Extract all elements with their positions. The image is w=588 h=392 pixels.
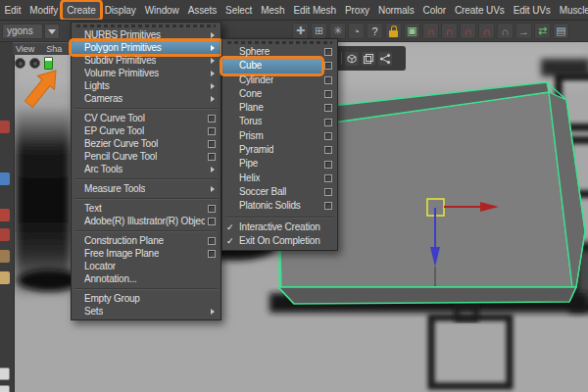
create-menu-item-construction-plane[interactable]: Construction Plane [72,234,220,247]
submenu-item-prism[interactable]: Prism [222,129,337,143]
submenu-item-sphere[interactable]: Sphere [222,45,337,59]
option-box[interactable] [324,62,332,70]
transform-tool-icon[interactable]: ✚ [292,23,309,39]
create-menu-item-bezier-curve-tool[interactable]: Bezier Curve Tool [72,137,220,150]
create-menu-item-ep-curve-tool[interactable]: EP Curve Tool [72,124,220,137]
snap-settings-icon[interactable]: ✳ [329,23,346,39]
submenu-item-cube[interactable]: Cube [222,59,337,73]
create-menu-item-empty-group[interactable]: Empty Group [72,292,220,305]
menubar-item-create[interactable]: Create [63,2,100,19]
create-menu-item-arc-tools[interactable]: Arc Tools [72,163,220,175]
submenu-item-platonic-solids[interactable]: Platonic Solids [222,199,337,213]
option-box[interactable] [208,127,216,135]
menubar-item-normals[interactable]: Normals [374,2,419,19]
camera-aim-icon[interactable] [29,58,40,69]
menubar-item-mesh[interactable]: Mesh [257,2,289,19]
submenu-item-soccer-ball[interactable]: Soccer Ball [222,185,337,199]
create-menu-item-volume-primitives[interactable]: Volume Primitives [72,67,220,79]
curve-snap-icon[interactable]: ∩ [441,23,458,39]
select-tool-icon[interactable] [0,121,10,133]
create-menu-item-text[interactable]: Text [72,202,220,215]
lock-icon[interactable] [385,23,402,39]
create-menu-item-cv-curve-tool[interactable]: CV Curve Tool [72,112,220,124]
paint-select-tool-icon[interactable] [0,209,10,221]
submenu-item-torus[interactable]: Torus [222,115,337,128]
cube-display-icon[interactable] [345,52,359,66]
submenu-item-cylinder[interactable]: Cylinder [222,74,337,87]
menubar-item-edit-mesh[interactable]: Edit Mesh [289,2,341,19]
create-menu-item-pencil-curve-tool[interactable]: Pencil Curve Tool [72,150,220,163]
create-menu-item-annotation[interactable]: Annotation... [72,272,220,285]
panel-menu-view[interactable]: View [16,43,34,55]
option-box[interactable] [208,218,216,225]
submenu-item-pipe[interactable]: Pipe [222,157,337,171]
option-box[interactable] [324,161,332,169]
menubar-item-display[interactable]: Display [100,2,140,19]
cube-bottom-face[interactable] [279,287,576,304]
submenu-item-exit-on-completion[interactable]: ✓Exit On Completion [222,234,337,248]
point-snap-icon[interactable]: ∩ [460,23,476,39]
create-menu-item-cameras[interactable]: Cameras [72,92,220,105]
option-box[interactable] [324,119,332,126]
option-box[interactable] [208,140,216,148]
share-nodes-icon[interactable] [378,52,392,66]
tearoff-handle[interactable] [227,41,332,44]
menubar-item-edit-uvs[interactable]: Edit UVs [509,2,555,19]
render-sphere-icon[interactable]: ◔ [348,23,365,39]
option-box[interactable] [208,250,216,258]
help-icon[interactable]: ? [367,23,383,39]
option-box[interactable] [208,237,216,245]
create-menu-item-nurbs-primitives[interactable]: NURBS Primitives [72,28,220,41]
menubar-item-assets[interactable]: Assets [183,2,220,19]
grid-display-icon[interactable]: ⊞ [311,23,327,39]
submenu-item-helix[interactable]: Helix [222,172,337,185]
create-menu-item-free-image-plane[interactable]: Free Image Plane [72,247,220,260]
scale-tool-icon[interactable] [0,271,10,284]
camera-icon[interactable] [15,58,25,69]
highlight-selection-icon[interactable]: ▣ [404,23,420,39]
create-menu-item-locator[interactable]: Locator [72,260,220,272]
image-plane-icon[interactable] [44,57,53,70]
single-pane-layout-button[interactable] [0,385,10,392]
menubar-item-window[interactable]: Window [140,2,183,19]
option-box[interactable] [324,76,332,84]
menubar-item-muscle[interactable]: Muscle [555,2,588,19]
option-box[interactable] [208,115,216,122]
option-box[interactable] [324,188,332,196]
tearoff-handle[interactable] [76,24,216,27]
create-menu-item-adobe-r-illustrator-r-object[interactable]: Adobe(R) Illustrator(R) Object... [72,215,220,227]
menubar-item-color[interactable]: Color [418,2,450,19]
output-connections-icon[interactable]: ⇄ [534,23,551,39]
submenu-item-plane[interactable]: Plane [222,101,337,115]
move-tool-icon[interactable] [0,228,10,241]
menubar-item-modify[interactable]: Modify [25,2,63,19]
submenu-item-cone[interactable]: Cone [222,87,337,101]
live-surface-icon[interactable]: ∩ [497,23,514,39]
create-menu-item-lights[interactable]: Lights [72,79,220,92]
menubar-item-select[interactable]: Select [221,2,257,19]
panel-menu-sha[interactable]: Sha [46,43,62,55]
option-box[interactable] [208,205,216,213]
rotate-tool-icon[interactable] [0,250,10,263]
create-menu-item-subdiv-primitives[interactable]: Subdiv Primitives [72,54,220,67]
option-box[interactable] [324,146,332,154]
option-box[interactable] [324,48,332,56]
input-connections-icon[interactable]: → [515,23,532,39]
option-box[interactable] [208,153,216,161]
create-menu-item-sets[interactable]: Sets [72,305,220,318]
menu-set-selector[interactable]: ygons [2,24,43,39]
option-box[interactable] [324,132,332,140]
submenu-item-pyramid[interactable]: Pyramid [222,143,337,157]
submenu-item-interactive-creation[interactable]: ✓Interactive Creation [222,220,337,234]
menu-set-dropdown-button[interactable] [44,24,60,39]
lasso-tool-icon[interactable] [0,172,10,185]
layers-icon[interactable] [362,52,375,66]
option-box[interactable] [324,174,332,182]
construction-history-icon[interactable]: ▤ [553,23,569,39]
option-box[interactable] [324,202,332,210]
plane-snap-icon[interactable]: ∩ [478,23,495,39]
menubar-item-edit[interactable]: Edit [0,2,25,19]
option-box[interactable] [324,104,332,112]
create-menu-item-measure-tools[interactable]: Measure Tools [72,182,220,195]
menubar-item-create-uvs[interactable]: Create UVs [450,2,509,19]
